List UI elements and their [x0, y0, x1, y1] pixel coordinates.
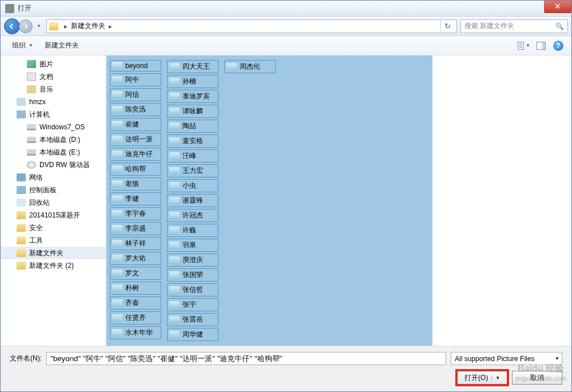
folder-item[interactable]: 达明一派 [110, 133, 161, 146]
folder-item[interactable]: 老狼 [110, 177, 161, 191]
organize-button[interactable]: 组织 ▼ [7, 38, 38, 53]
folder-icon [169, 316, 180, 324]
new-folder-button[interactable]: 新建文件夹 [40, 38, 84, 53]
folder-label: 周华健 [182, 330, 203, 339]
folder-item[interactable]: beyond [110, 60, 161, 72]
folder-item[interactable]: 朴树 [110, 282, 161, 295]
folder-item[interactable]: 李宗盛 [110, 222, 161, 235]
cancel-button[interactable]: 取消 [512, 371, 562, 385]
folder-label: 崔健 [125, 120, 139, 129]
folder-icon [169, 182, 180, 190]
folder-item[interactable]: 谭咏麟 [167, 105, 219, 118]
tree-item[interactable]: 回收站 [1, 196, 106, 209]
folder-item[interactable]: 任贤齐 [110, 311, 161, 324]
help-button[interactable]: ? [552, 39, 565, 52]
titlebar: 打开 ✕ [1, 1, 571, 17]
tree-item[interactable]: hmzx [1, 96, 106, 108]
folder-icon [112, 314, 122, 322]
comp-icon [17, 110, 26, 118]
tree-item[interactable]: 安全 [1, 221, 106, 234]
folder-item[interactable]: 王力宏 [167, 164, 219, 177]
folder-item[interactable]: 阿牛 [110, 73, 161, 86]
folder-item[interactable]: 齐秦 [110, 296, 161, 310]
folder-item[interactable]: 哈狗帮 [110, 163, 161, 176]
tree-item[interactable]: 图片 [1, 58, 106, 70]
search-box[interactable]: 搜索 新建文件夹 🔍 [460, 19, 568, 33]
folder-item[interactable]: 李健 [110, 192, 161, 205]
close-button[interactable]: ✕ [544, 1, 571, 13]
user-icon [17, 98, 26, 106]
folder-item[interactable]: 羽泉 [167, 239, 219, 252]
folder-icon [112, 240, 122, 248]
folder-item[interactable]: 罗大佑 [110, 252, 161, 265]
filename-input[interactable] [46, 352, 446, 365]
folder-icon [17, 262, 26, 270]
file-pane: beyond阿牛阿信陈奕迅崔健达明一派迪克牛仔哈狗帮老狼李健李宇春李宗盛林子祥罗… [106, 56, 571, 346]
tree-item[interactable]: DVD RW 驱动器 [1, 159, 106, 171]
folder-item[interactable]: 许巍 [167, 224, 219, 237]
folder-item[interactable]: 林子祥 [110, 237, 161, 250]
tree-item[interactable]: 工具 [1, 234, 106, 247]
music-icon [27, 85, 36, 93]
folder-label: 朴树 [125, 283, 139, 293]
sidebar-tree[interactable]: 图片文档音乐hmzx计算机Windows7_OS本地磁盘 (D:)本地磁盘 (E… [1, 56, 106, 346]
folder-label: 孙楠 [182, 77, 196, 86]
folder-item[interactable]: 陈奕迅 [110, 103, 161, 116]
tree-item[interactable]: 20141015课题开 [1, 209, 106, 221]
breadcrumb-path[interactable]: 新建文件夹 [71, 21, 105, 31]
tree-item[interactable]: 网络 [1, 171, 106, 184]
folder-item[interactable]: 张宇 [167, 298, 219, 311]
file-list[interactable]: beyond阿牛阿信陈奕迅崔健达明一派迪克牛仔哈狗帮老狼李健李宇春李宗盛林子祥罗… [106, 56, 432, 346]
folder-item[interactable]: 泰迪罗宾 [167, 90, 219, 103]
folder-item[interactable]: 张国荣 [167, 268, 219, 282]
folder-item[interactable]: 四大天王 [167, 60, 219, 73]
folder-icon [169, 331, 180, 339]
folder-item[interactable]: 张震岳 [167, 313, 219, 326]
tree-item-label: hmzx [29, 98, 46, 106]
folder-item[interactable]: 小虫 [167, 179, 219, 192]
open-button[interactable]: 打开(O) ▼ [457, 371, 507, 385]
folder-item[interactable]: 罗文 [110, 267, 161, 280]
folder-item[interactable]: 崔健 [110, 118, 161, 131]
folder-item[interactable]: 许冠杰 [167, 209, 219, 222]
tree-item[interactable]: 新建文件夹 [1, 247, 106, 259]
folder-item[interactable]: 迪克牛仔 [110, 148, 161, 161]
folder-item[interactable]: 童安格 [167, 134, 219, 148]
back-arrow-icon [9, 23, 15, 30]
folder-item[interactable]: 水木年华 [110, 326, 161, 339]
back-button[interactable] [4, 18, 20, 34]
tree-item[interactable]: 音乐 [1, 83, 106, 96]
tree-item[interactable]: 本地磁盘 (E:) [1, 146, 106, 159]
folder-item[interactable]: 周杰伦 [224, 60, 276, 73]
tree-item-label: 回收站 [29, 198, 50, 208]
history-dropdown[interactable]: ▼ [35, 21, 43, 32]
folder-item[interactable]: 张信哲 [167, 283, 219, 296]
folder-icon [112, 151, 122, 159]
refresh-button[interactable]: ↻ [440, 20, 454, 33]
chevron-down-icon: ▼ [526, 43, 530, 48]
tree-item[interactable]: 文档 [1, 70, 106, 83]
folder-item[interactable]: 陶喆 [167, 120, 219, 133]
view-mode-button[interactable]: ▼ [518, 39, 530, 52]
folder-item[interactable]: 李宇春 [110, 207, 161, 220]
folder-label: 阿牛 [125, 75, 139, 85]
folder-item[interactable]: 周华健 [167, 328, 219, 341]
folder-item[interactable]: 谢霆锋 [167, 194, 219, 207]
folder-item[interactable]: 汪峰 [167, 149, 219, 163]
preview-pane [432, 56, 571, 346]
tree-item[interactable]: 新建文件夹 (2) [1, 259, 106, 272]
folder-icon [169, 256, 180, 264]
folder-item[interactable]: 孙楠 [167, 75, 219, 88]
tree-item[interactable]: 本地磁盘 (D:) [1, 133, 106, 146]
folder-item[interactable]: 庾澄庆 [167, 254, 219, 267]
tree-item[interactable]: 计算机 [1, 108, 106, 121]
tree-item[interactable]: 控制面板 [1, 184, 106, 196]
tree-item[interactable]: Windows7_OS [1, 121, 106, 133]
folder-icon [169, 167, 180, 175]
folder-item[interactable]: 阿信 [110, 88, 161, 101]
preview-toggle-button[interactable] [535, 39, 547, 52]
address-bar[interactable]: ▸ 新建文件夹 ▸ ↻ [46, 19, 457, 33]
forward-button[interactable] [19, 19, 33, 33]
drive-icon [27, 124, 36, 130]
filetype-filter[interactable]: All supported Picture Files ▼ [451, 352, 562, 365]
